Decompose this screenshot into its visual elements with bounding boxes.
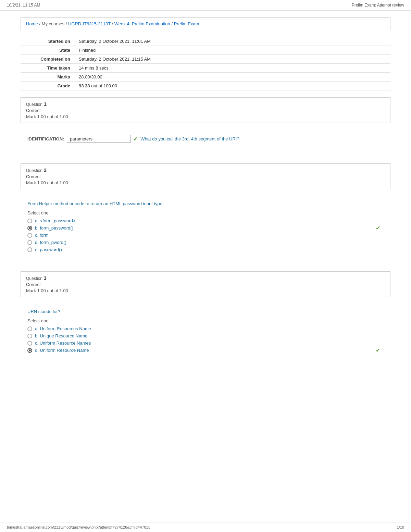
completed-on-label: Completed on [21,55,75,64]
footer: trimestral.amaesonline.com/2113/mod/quiz… [0,522,411,532]
question-content-3: URN stands for? Select one: a. Uniform R… [21,302,390,365]
option-radio-2-3 [27,240,32,245]
question-box-3: Question 3 Correct Mark 1.00 out of 1.00 [21,271,390,297]
state-label: State [21,46,75,55]
option-row-3-2: c. Uniform Resource Names [27,341,384,346]
option-row-3-3: d. Uniform Resource Name ✔ [27,348,384,353]
summary-row-completed: Completed on Saturday, 2 October 2021, 1… [21,55,390,64]
question-mark-1: Mark 1.00 out of 1.00 [26,114,385,119]
question-box-1: Question 1 Correct Mark 1.00 out of 1.00 [21,97,390,123]
started-on-value: Saturday, 2 October 2021, 11:01 AM [75,37,390,46]
option-text-2-1: b. form_password() [35,225,73,231]
option-radio-3-0 [27,326,32,331]
breadcrumb: Home / My courses / UGRD-IT6315-2113T / … [21,17,390,30]
option-radio-2-0 [27,219,32,223]
breadcrumb-exam[interactable]: Prelim Exam [174,21,199,26]
option-text-2-3: d. form_pword() [35,240,66,245]
footer-url: trimestral.amaesonline.com/2113/mod/quiz… [7,525,150,529]
question-number-3: 3 [43,275,46,281]
option-row-2-0: a. <form_password> [27,218,384,223]
breadcrumb-week[interactable]: Week 4: Prelim Examination [114,21,170,26]
select-one-label-3: Select one: [27,318,384,323]
option-radio-3-2 [27,341,32,346]
question-mark-2: Mark 1.00 out of 1.00 [26,180,385,185]
time-taken-value: 14 mins 8 secs [75,64,390,73]
top-bar: 10/2/21, 11:15 AM Prelim Exam: Attempt r… [0,0,411,11]
grade-suffix: out of 100.00 [90,83,117,88]
question-content-1: IDENTIFICATION: ✔ What do you call the 3… [21,128,390,157]
page-title: Prelim Exam: Attempt review [352,3,404,8]
option-row-3-0: a. Uniform Resources Name [27,326,384,331]
breadcrumb-home[interactable]: Home [26,21,38,26]
option-text-3-0: a. Uniform Resources Name [35,326,91,331]
correct-checkmark-2-1: ✔ [376,225,380,231]
option-radio-3-3 [27,348,32,353]
option-text-2-4: e. password() [35,247,62,252]
question-label-1: Question 1 [26,101,385,107]
question-label-3: Question 3 [26,275,385,281]
option-row-2-1: b. form_password() ✔ [27,225,384,231]
summary-row-grade: Grade 93.33 out of 100.00 [21,82,390,90]
correct-checkmark-3-3: ✔ [376,347,380,354]
option-text-3-2: c. Uniform Resource Names [35,341,91,346]
datetime: 10/2/21, 11:15 AM [7,3,40,8]
summary-row-marks: Marks 28.00/30.00 [21,73,390,82]
option-row-3-1: b. Unique Resource Name [27,333,384,338]
state-value: Finished [75,46,390,55]
option-text-3-1: b. Unique Resource Name [35,333,87,338]
question-status-3: Correct [26,282,385,287]
option-row-2-2: c. form [27,233,384,238]
footer-page: 1/10 [397,525,404,529]
breadcrumb-sep1: / [39,21,41,26]
main-content: Home / My courses / UGRD-IT6315-2113T / … [0,11,411,393]
option-text-2-0: a. <form_password> [35,218,76,223]
question-box-2: Question 2 Correct Mark 1.00 out of 1.00 [21,163,390,189]
question-text-1: What do you call the 3rd, 4th segment of… [140,136,239,141]
question-number-1: 1 [43,101,46,107]
started-on-label: Started on [21,37,75,46]
grade-bold: 93.33 [79,83,90,88]
grade-label: Grade [21,82,75,90]
question-mark-3: Mark 1.00 out of 1.00 [26,288,385,293]
option-text-2-2: c. form [35,233,49,238]
question-prompt-2: Form Helper method or code to return an … [27,201,384,206]
time-taken-label: Time taken [21,64,75,73]
option-text-3-3: d. Uniform Resource Name [35,348,89,353]
marks-label: Marks [21,73,75,82]
identification-row: IDENTIFICATION: ✔ What do you call the 3… [27,135,384,143]
question-status-1: Correct [26,108,385,113]
question-content-2: Form Helper method or code to return an … [21,194,390,264]
breadcrumb-sep3: / [112,21,114,26]
breadcrumb-mycourses: My courses [42,21,64,26]
option-row-2-4: e. password() [27,247,384,252]
question-prompt-3: URN stands for? [27,309,384,314]
option-row-2-3: d. form_pword() [27,240,384,245]
select-one-label-2: Select one: [27,210,384,215]
identification-label: IDENTIFICATION: [27,136,64,141]
correct-checkmark-1: ✔ [133,136,138,142]
marks-value: 28.00/30.00 [75,73,390,82]
question-number-2: 2 [43,167,46,173]
option-radio-3-1 [27,334,32,338]
summary-row-timetaken: Time taken 14 mins 8 secs [21,64,390,73]
summary-table: Started on Saturday, 2 October 2021, 11:… [21,37,390,90]
summary-row-state: State Finished [21,46,390,55]
completed-on-value: Saturday, 2 October 2021, 11:15 AM [75,55,390,64]
option-radio-2-1 [27,226,32,231]
breadcrumb-sep2: / [66,21,68,26]
grade-value: 93.33 out of 100.00 [75,82,390,90]
breadcrumb-course[interactable]: UGRD-IT6315-2113T [68,21,111,26]
option-radio-2-2 [27,233,32,238]
question-status-2: Correct [26,174,385,179]
question-label-2: Question 2 [26,167,385,173]
identification-input[interactable] [67,135,130,143]
summary-row-started: Started on Saturday, 2 October 2021, 11:… [21,37,390,46]
breadcrumb-sep4: / [171,21,174,26]
option-radio-2-4 [27,247,32,252]
